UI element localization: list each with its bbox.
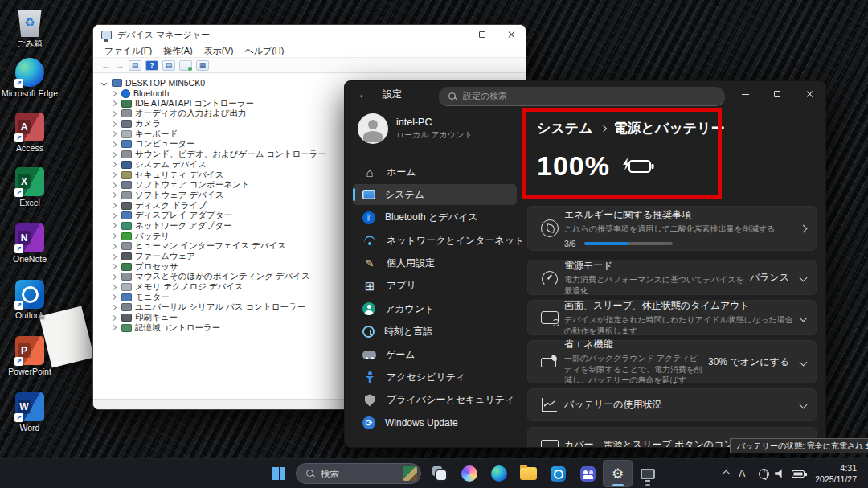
energy-saver-icon [539, 351, 560, 372]
chevron-collapsed-icon[interactable] [111, 244, 117, 249]
desktop-icon-area: ごみ箱↗Microsoft EdgeA↗AccessX↗ExcelN↗OneNo… [0, 0, 72, 450]
taskbar-icon-device-manager[interactable] [633, 460, 662, 487]
tray-status-group[interactable] [753, 465, 810, 483]
desktop-icon-onenote[interactable]: N↗OneNote [5, 223, 55, 264]
close-button[interactable] [793, 81, 825, 107]
chevron-collapsed-icon[interactable] [111, 162, 117, 167]
menu-item[interactable]: ヘルプ(H) [240, 45, 289, 57]
card-energy-leaf[interactable]: エネルギーに関する推奨事項これらの推奨事項を適用して二酸化炭素排出量を削減する3… [527, 206, 817, 251]
taskbar-icon-teams[interactable] [573, 460, 603, 487]
taskbar-icon-copilot[interactable] [454, 460, 484, 487]
taskbar-icon-file-explorer[interactable] [514, 460, 543, 487]
sidebar-item-network[interactable]: ネットワークとインターネット [353, 230, 517, 251]
chevron-collapsed-icon[interactable] [111, 264, 117, 269]
forward-icon[interactable]: → [115, 60, 125, 70]
chevron-down-icon[interactable] [800, 273, 808, 281]
shortcut-badge-icon: ↗ [14, 357, 23, 366]
chevron-right-icon[interactable] [800, 224, 808, 232]
start-button[interactable] [265, 461, 293, 486]
minimize-button[interactable] [729, 81, 761, 107]
sidebar-item-update[interactable]: Windows Update [353, 412, 517, 433]
back-arrow-icon[interactable]: ← [358, 88, 368, 100]
chevron-collapsed-icon[interactable] [111, 141, 117, 147]
card-energy-saver[interactable]: 省エネ機能一部のバックグラウンド アクティビティを制限することで、電力消費を削減… [527, 340, 817, 383]
chevron-collapsed-icon[interactable] [111, 131, 117, 137]
sidebar-item-accounts[interactable]: アカウント [353, 298, 517, 319]
chevron-collapsed-icon[interactable] [111, 172, 117, 178]
chevron-collapsed-icon[interactable] [111, 315, 117, 321]
chevron-expanded-icon[interactable] [101, 80, 107, 86]
hidden-icons-chevron-icon[interactable] [723, 470, 731, 478]
card-screen-timeout[interactable]: 画面、スリープ、休止状態のタイムアウトデバイスが指定された時間にわたりアイドル状… [527, 300, 817, 335]
chevron-collapsed-icon[interactable] [111, 213, 117, 219]
chevron-down-icon[interactable] [800, 401, 808, 409]
menu-item[interactable]: 操作(A) [158, 45, 198, 57]
desktop-icon-powerpoint[interactable]: P↗PowerPoint [5, 336, 55, 376]
sidebar-item-accessibility[interactable]: アクセシビリティ [353, 367, 517, 388]
chevron-collapsed-icon[interactable] [111, 233, 117, 239]
sidebar-item-bluetooth[interactable]: Bluetooth とデバイス [353, 207, 517, 228]
sidebar-item-time[interactable]: 時刻と言語 [353, 322, 517, 342]
chevron-collapsed-icon[interactable] [111, 305, 117, 310]
back-icon[interactable]: ← [101, 60, 111, 70]
sidebar-item-privacy[interactable]: プライバシーとセキュリティ [353, 390, 517, 411]
breadcrumb-parent[interactable]: システム [537, 119, 593, 137]
desktop-icon-outlook[interactable]: ↗Outlook [5, 280, 55, 320]
chevron-collapsed-icon[interactable] [111, 253, 117, 259]
card-value[interactable]: バランス [750, 271, 789, 285]
desktop-icon-access[interactable]: A↗Access [5, 113, 55, 153]
maximize-button[interactable] [468, 25, 497, 44]
desktop-icon-edge[interactable]: ↗Microsoft Edge [5, 58, 55, 98]
progress-bar [584, 242, 673, 245]
chevron-collapsed-icon[interactable] [111, 325, 117, 330]
sidebar-item-apps[interactable]: アプリ [353, 276, 517, 297]
settings-search-input[interactable]: 設定の検索 [439, 87, 725, 106]
card-battery-usage[interactable]: バッテリーの使用状況 [527, 388, 817, 421]
desktop-icon-recycle-bin[interactable]: ごみ箱 [5, 8, 55, 50]
sidebar-item-system[interactable]: システム [353, 184, 517, 205]
chevron-collapsed-icon[interactable] [111, 111, 117, 117]
sidebar-item-gaming[interactable]: ゲーム [353, 344, 517, 365]
help-icon[interactable]: ? [145, 60, 158, 71]
desktop-icon-excel[interactable]: X↗Excel [5, 167, 55, 207]
chevron-collapsed-icon[interactable] [111, 182, 117, 188]
chevron-collapsed-icon[interactable] [111, 294, 117, 300]
clock[interactable]: 4:31 2025/11/27 [815, 462, 860, 485]
console-tree-icon[interactable]: ▤ [129, 60, 141, 71]
chevron-collapsed-icon[interactable] [111, 192, 117, 198]
taskbar-icon-outlook[interactable] [543, 460, 573, 487]
account-block[interactable]: intel-PC ローカル アカウント [358, 113, 473, 144]
chevron-collapsed-icon[interactable] [111, 223, 117, 228]
chevron-collapsed-icon[interactable] [111, 285, 117, 290]
maximize-button[interactable] [761, 81, 793, 107]
card-value[interactable]: 30% でオンにする [708, 355, 789, 369]
sidebar-item-home[interactable]: ホーム [353, 162, 517, 182]
close-button[interactable] [497, 25, 526, 44]
minimize-button[interactable] [439, 25, 468, 44]
taskbar-search-input[interactable]: 検索 [296, 463, 421, 484]
chevron-down-icon[interactable] [800, 358, 808, 366]
sidebar-item-personalization[interactable]: 個人用設定 [353, 253, 517, 274]
ime-indicator[interactable]: A [739, 468, 745, 479]
chevron-collapsed-icon[interactable] [111, 121, 117, 127]
search-icon [448, 92, 457, 100]
chevron-collapsed-icon[interactable] [111, 274, 117, 280]
chevron-collapsed-icon[interactable] [111, 152, 117, 158]
chevron-down-icon[interactable] [800, 314, 808, 322]
scan-hardware-icon[interactable] [179, 60, 192, 71]
bluetooth-icon [362, 211, 375, 224]
taskbar-icon-task-view[interactable] [424, 460, 454, 487]
tree-item-label: Bluetooth [133, 88, 169, 98]
properties-icon[interactable]: ▤ [162, 60, 175, 71]
chevron-collapsed-icon[interactable] [111, 203, 117, 208]
chevron-collapsed-icon[interactable] [111, 90, 117, 96]
sidebar-item-label: ネットワークとインターネット [387, 234, 524, 248]
desktop-icon-word[interactable]: W↗Word [5, 392, 55, 433]
taskbar-icon-edge[interactable] [484, 460, 514, 487]
menu-item[interactable]: 表示(V) [199, 45, 239, 57]
chevron-collapsed-icon[interactable] [111, 100, 117, 106]
devices-icon[interactable]: ▦ [196, 60, 209, 71]
menu-item[interactable]: ファイル(F) [100, 45, 157, 57]
taskbar-icon-settings[interactable] [603, 460, 633, 487]
card-power-mode[interactable]: 電源モード電力消費とパフォーマンスに基づいてデバイスを最適化バランス [527, 260, 817, 295]
